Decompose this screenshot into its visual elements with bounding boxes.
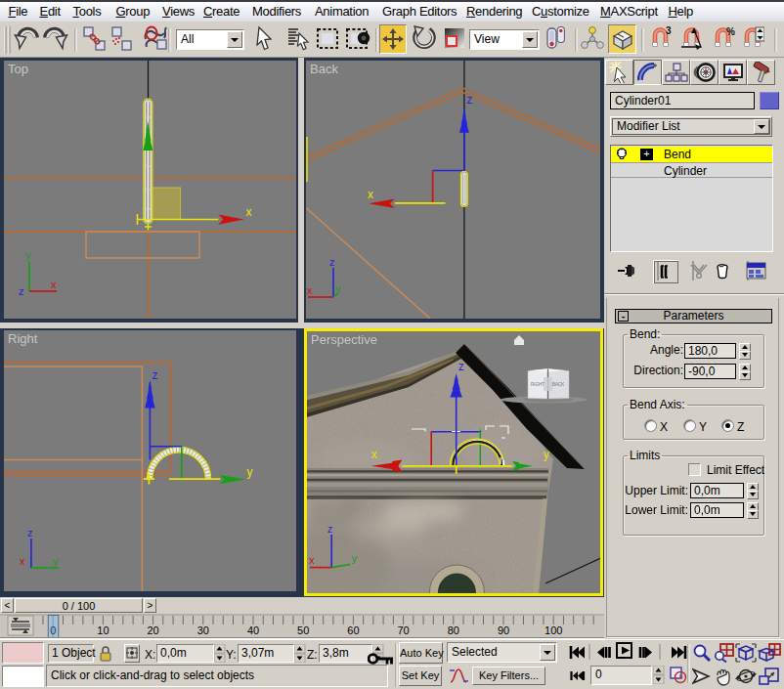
svg-text:70: 70 [397,624,409,636]
svg-text:x: x [371,448,377,461]
svg-text:RIGHT: RIGHT [531,382,544,387]
svg-text:y: y [544,448,549,461]
svg-text:y: y [352,552,358,564]
svg-text:y: y [246,465,252,479]
svg-text:x: x [368,188,373,201]
svg-text:100: 100 [544,624,562,636]
svg-text:x: x [20,555,25,567]
svg-text:60: 60 [347,624,359,636]
svg-text:30: 30 [197,624,209,636]
svg-text:0: 0 [50,624,56,636]
svg-text:z: z [327,523,333,535]
svg-text:z: z [458,360,464,373]
svg-text:BACK: BACK [552,382,564,387]
svg-text:20: 20 [147,624,158,636]
svg-text:x: x [307,284,313,296]
svg-text:y: y [53,555,59,567]
svg-text:y: y [25,249,31,261]
svg-text:x: x [51,279,57,290]
svg-text:40: 40 [247,624,259,636]
svg-text:y: y [335,282,341,294]
svg-text:%: % [726,26,735,37]
svg-text:50: 50 [297,624,309,636]
svg-text:3: 3 [666,25,672,36]
svg-text:x: x [245,205,251,219]
svg-text:z: z [466,93,472,107]
svg-text:z: z [19,285,24,297]
svg-text:x: x [309,554,315,566]
svg-text:10: 10 [97,624,109,636]
svg-text:80: 80 [448,624,459,636]
svg-text:90: 90 [498,624,509,636]
svg-text:z: z [27,527,33,538]
svg-text:z: z [329,256,335,268]
svg-text:z: z [152,368,158,382]
